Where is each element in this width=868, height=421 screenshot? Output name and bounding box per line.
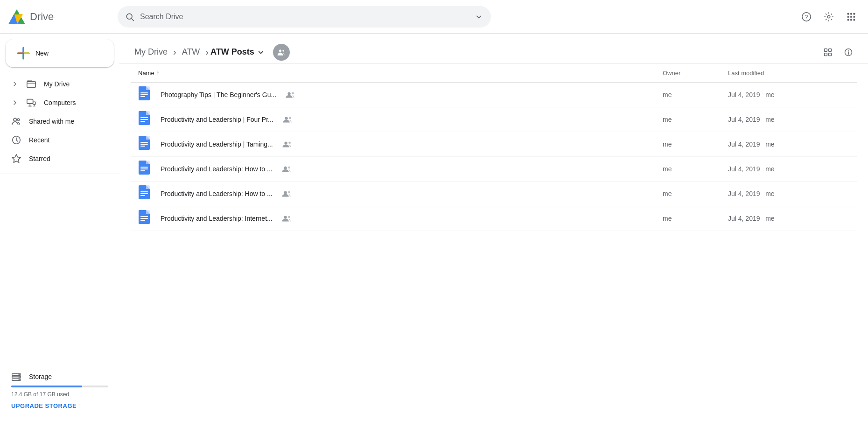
sidebar-item-label-starred: Starred (29, 155, 50, 162)
apps-icon (846, 12, 856, 22)
info-icon (844, 48, 853, 57)
file-modified: Jul 4, 2019 me (728, 116, 849, 123)
doc-file-icon (138, 87, 153, 102)
storage-section: Storage 12.4 GB of 17 GB used UPGRADE ST… (0, 366, 119, 415)
sidebar-item-computers[interactable]: Computers (0, 93, 112, 112)
svg-rect-26 (27, 82, 35, 88)
svg-point-40 (279, 49, 281, 52)
svg-rect-45 (829, 53, 832, 56)
settings-button[interactable] (819, 7, 838, 26)
plus-icon (17, 47, 30, 60)
sidebar-item-starred[interactable]: Starred (0, 149, 112, 168)
svg-rect-67 (140, 146, 145, 147)
upgrade-storage-button[interactable]: UPGRADE STORAGE (11, 402, 77, 409)
breadcrumb-current[interactable]: ATW Posts (210, 47, 266, 57)
breadcrumb-bar: My Drive › ATW › ATW Posts (119, 34, 868, 63)
search-input[interactable] (140, 13, 469, 21)
apps-button[interactable] (842, 7, 861, 26)
table-header: Name ↑ Owner Last modified (131, 63, 857, 83)
svg-rect-12 (850, 13, 852, 14)
share-avatar[interactable] (273, 44, 290, 61)
search-icon (125, 12, 134, 21)
storage-bar-background (11, 386, 108, 387)
svg-rect-57 (146, 111, 150, 115)
svg-line-7 (132, 18, 134, 21)
app-name: Drive (30, 11, 54, 23)
sidebar: New My Drive (0, 34, 119, 421)
svg-rect-19 (854, 19, 855, 21)
svg-point-54 (287, 92, 290, 95)
svg-point-30 (14, 118, 16, 121)
svg-point-83 (288, 191, 290, 193)
svg-rect-13 (854, 13, 855, 14)
svg-point-55 (292, 92, 294, 94)
svg-rect-66 (140, 144, 148, 145)
file-owner: me (663, 140, 728, 148)
svg-rect-51 (140, 92, 148, 93)
svg-point-31 (17, 119, 20, 121)
doc-file-icon (138, 211, 153, 226)
svg-rect-11 (847, 13, 849, 14)
new-button[interactable]: New (6, 39, 114, 67)
svg-point-61 (285, 117, 287, 119)
search-bar[interactable] (118, 6, 491, 28)
svg-rect-50 (146, 86, 150, 90)
file-name-cell: Productivity and Leadership: How to ... (138, 161, 663, 176)
doc-file-icon (138, 161, 153, 176)
svg-rect-15 (850, 16, 852, 18)
svg-rect-18 (850, 19, 852, 21)
sidebar-item-shared-with-me[interactable]: Shared with me (0, 112, 112, 131)
svg-point-89 (284, 216, 287, 218)
table-row[interactable]: Productivity and Leadership | Four Pr...… (131, 107, 857, 132)
svg-rect-60 (140, 121, 145, 122)
svg-point-82 (284, 191, 287, 194)
search-dropdown-icon[interactable] (474, 12, 483, 21)
svg-rect-43 (829, 49, 832, 51)
file-table: Name ↑ Owner Last modified Photogr (119, 63, 868, 421)
svg-rect-16 (854, 16, 855, 18)
column-name[interactable]: Name ↑ (138, 69, 663, 77)
file-name: Productivity and Leadership | Taming... (161, 140, 273, 148)
column-owner: Owner (663, 70, 728, 77)
info-button[interactable] (840, 44, 857, 61)
table-row[interactable]: Productivity and Leadership | Taming... … (131, 132, 857, 157)
svg-rect-42 (825, 49, 827, 51)
svg-rect-27 (28, 80, 31, 82)
sidebar-item-label-recent: Recent (29, 136, 49, 144)
breadcrumb-atw[interactable]: ATW (178, 45, 204, 59)
svg-point-41 (282, 49, 284, 51)
expand-icon-my-drive (11, 80, 19, 88)
sidebar-item-label-computers: Computers (44, 99, 76, 106)
logo-area[interactable]: Drive (7, 7, 110, 26)
file-share-icon (281, 115, 294, 124)
table-row[interactable]: Productivity and Leadership: Internet...… (131, 206, 857, 231)
svg-rect-17 (847, 19, 849, 21)
file-rows-container: Photography Tips | The Beginner's Gu... … (131, 83, 857, 231)
svg-text:?: ? (805, 14, 808, 20)
svg-rect-73 (140, 168, 148, 169)
file-name-cell: Productivity and Leadership | Taming... (138, 137, 663, 152)
storage-used-text: 12.4 GB of 17 GB used (11, 391, 108, 398)
table-row[interactable]: Productivity and Leadership: How to ... … (131, 157, 857, 182)
help-button[interactable]: ? (797, 7, 816, 26)
table-row[interactable]: Photography Tips | The Beginner's Gu... … (131, 83, 857, 107)
svg-rect-58 (140, 117, 148, 118)
breadcrumb-my-drive[interactable]: My Drive (131, 45, 171, 59)
svg-rect-52 (140, 94, 148, 95)
file-name: Productivity and Leadership: How to ... (161, 165, 273, 173)
svg-rect-71 (146, 161, 150, 164)
storage-label-row: Storage (11, 372, 108, 382)
my-drive-icon (26, 79, 36, 89)
sidebar-item-recent[interactable]: Recent (0, 131, 112, 149)
file-owner: me (663, 91, 728, 98)
file-name: Productivity and Leadership: How to ... (161, 190, 273, 197)
sidebar-item-my-drive[interactable]: My Drive (0, 75, 112, 93)
shared-icon (11, 116, 21, 126)
file-name: Productivity and Leadership | Four Pr... (161, 116, 273, 123)
people-icon (277, 48, 286, 57)
doc-file-icon (138, 186, 153, 201)
grid-view-button[interactable] (819, 44, 836, 61)
table-row[interactable]: Productivity and Leadership: How to ... … (131, 182, 857, 206)
svg-rect-87 (140, 218, 148, 219)
svg-rect-65 (140, 142, 148, 143)
